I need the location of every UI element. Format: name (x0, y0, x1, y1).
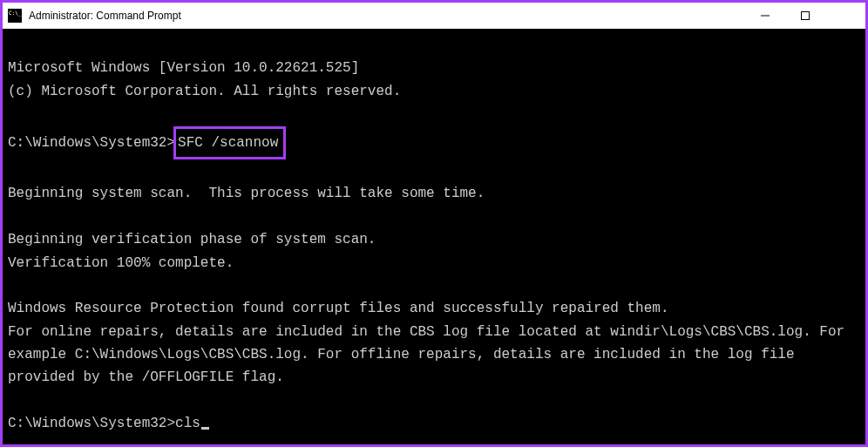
command-text: SFC /scannow (178, 135, 278, 151)
window-title: Administrator: Command Prompt (29, 10, 181, 22)
minimize-button[interactable] (745, 3, 785, 29)
command-text: cls (175, 416, 200, 431)
cursor (201, 427, 209, 430)
maximize-button[interactable] (785, 3, 825, 29)
highlighted-command: SFC /scannow (173, 126, 286, 159)
prompt-line: C:\Windows\System32>cls (8, 412, 860, 435)
cmd-icon (8, 9, 22, 23)
output-line: Windows Resource Protection found corrup… (8, 297, 860, 320)
command-prompt-window: Administrator: Command Prompt Microsoft … (3, 3, 865, 444)
window-controls (745, 3, 865, 29)
output-line: Microsoft Windows [Version 10.0.22621.52… (8, 57, 860, 79)
output-line: Beginning verification phase of system s… (8, 228, 860, 251)
svg-rect-1 (802, 12, 810, 20)
output-line: Beginning system scan. This process will… (8, 182, 860, 205)
output-line: Verification 100% complete. (8, 252, 860, 274)
output-line: (c) Microsoft Corporation. All rights re… (8, 80, 860, 103)
terminal-output[interactable]: Microsoft Windows [Version 10.0.22621.52… (3, 29, 865, 444)
close-button[interactable] (825, 3, 865, 29)
titlebar[interactable]: Administrator: Command Prompt (3, 3, 865, 29)
output-line: For online repairs, details are included… (8, 321, 860, 389)
annotation-border: Administrator: Command Prompt Microsoft … (0, 0, 868, 447)
prompt-path: C:\Windows\System32> (8, 416, 175, 431)
prompt-line: C:\Windows\System32>SFC /scannow (8, 126, 860, 159)
prompt-path: C:\Windows\System32> (8, 135, 175, 151)
